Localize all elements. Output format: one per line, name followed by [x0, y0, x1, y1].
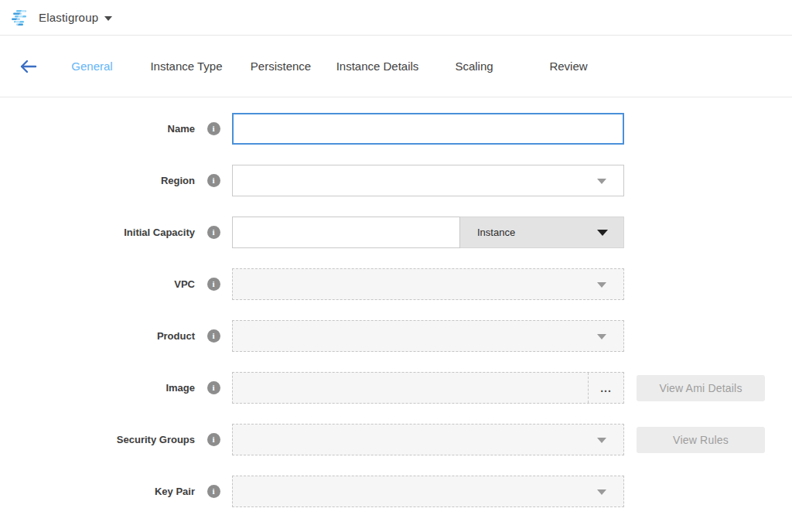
region-caret-icon [597, 179, 606, 184]
image-label: Image [0, 372, 195, 404]
region-label: Region [0, 165, 195, 196]
image-input: ... [232, 372, 624, 404]
form-row-region: Region [0, 165, 792, 196]
tab-instance-details[interactable]: Instance Details [328, 60, 427, 73]
capacity-unit-value: Instance [477, 227, 515, 238]
image-browse-button: ... [588, 373, 623, 403]
key-pair-select [232, 476, 624, 507]
back-button[interactable] [12, 58, 43, 75]
security-groups-info-icon[interactable] [207, 433, 220, 446]
general-form: Name Region Initial Capacity Instance [0, 97, 792, 507]
app-menu-caret-icon [104, 16, 112, 21]
key-pair-caret-icon [597, 489, 606, 495]
view-ami-details-button: View Ami Details [637, 375, 765, 401]
product-info-icon[interactable] [207, 329, 220, 343]
name-info-icon[interactable] [207, 122, 220, 135]
product-select [232, 320, 624, 352]
tab-general[interactable]: General [45, 60, 139, 73]
name-label: Name [0, 113, 195, 145]
app-header: Elastigroup [0, 0, 792, 36]
form-row-vpc: VPC [0, 268, 792, 300]
form-row-security-groups: Security Groups View Rules [0, 424, 792, 455]
image-input-value [233, 373, 588, 403]
app-switcher-menu[interactable]: Elastigroup [11, 10, 112, 26]
key-pair-info-icon[interactable] [207, 485, 220, 498]
vpc-select [232, 268, 624, 300]
image-info-icon[interactable] [207, 381, 220, 394]
back-arrow-icon [18, 58, 38, 75]
elastigroup-logo-icon [11, 10, 31, 26]
security-groups-select [232, 424, 624, 455]
region-info-icon[interactable] [207, 174, 220, 187]
form-row-name: Name [0, 113, 792, 145]
app-name: Elastigroup [39, 11, 98, 24]
capacity-unit-caret-icon [597, 230, 608, 236]
form-row-product: Product [0, 320, 792, 352]
vpc-info-icon[interactable] [207, 278, 220, 291]
key-pair-label: Key Pair [0, 476, 195, 507]
tab-instance-type[interactable]: Instance Type [139, 60, 234, 73]
initial-capacity-input[interactable] [232, 217, 460, 248]
name-input[interactable] [232, 113, 624, 145]
initial-capacity-info-icon[interactable] [207, 226, 220, 239]
capacity-unit-select[interactable]: Instance [460, 217, 624, 248]
vpc-label: VPC [0, 268, 195, 300]
form-row-initial-capacity: Initial Capacity Instance [0, 217, 792, 248]
tab-scaling[interactable]: Scaling [427, 60, 521, 73]
wizard-tab-bar: General Instance Type Persistence Instan… [0, 36, 792, 97]
wizard-tabs: General Instance Type Persistence Instan… [45, 60, 616, 73]
form-row-key-pair: Key Pair [0, 476, 792, 507]
security-groups-caret-icon [597, 438, 606, 443]
product-caret-icon [597, 334, 606, 339]
initial-capacity-label: Initial Capacity [0, 217, 195, 248]
region-select[interactable] [232, 165, 624, 196]
product-label: Product [0, 320, 195, 352]
vpc-caret-icon [597, 282, 606, 288]
security-groups-label: Security Groups [0, 424, 195, 455]
form-row-image: Image ... View Ami Details [0, 372, 792, 404]
view-rules-button: View Rules [637, 427, 765, 453]
tab-review[interactable]: Review [521, 60, 616, 73]
tab-persistence[interactable]: Persistence [234, 60, 328, 73]
